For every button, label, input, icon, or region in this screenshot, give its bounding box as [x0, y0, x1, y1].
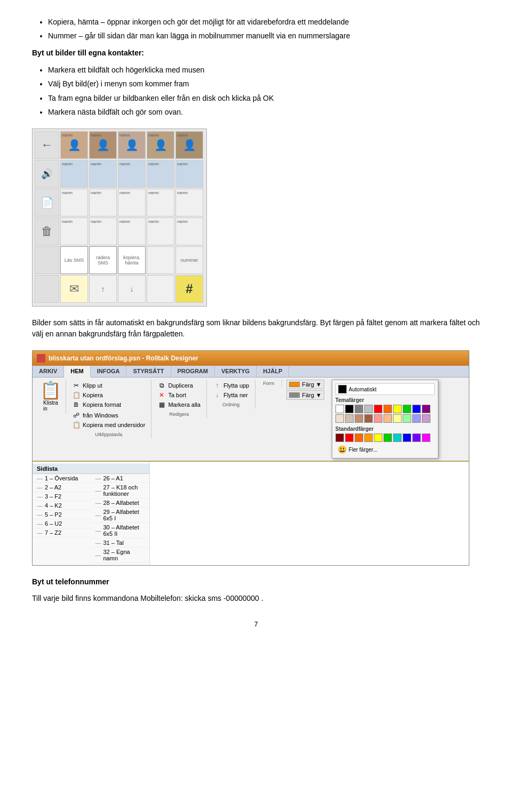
- swatch-s3[interactable]: [355, 433, 363, 442]
- markera-alla-btn[interactable]: ▦ Markera alla: [156, 400, 202, 409]
- sidebar-item-30[interactable]: — 30 – Alfabetet 6x5 II: [91, 523, 150, 538]
- trash-button-cell[interactable]: 🗑: [35, 218, 59, 245]
- tab-verktyg[interactable]: VERKTYG: [215, 366, 257, 377]
- bottom-text: Till varje bild finns kommandona Mobilte…: [32, 593, 480, 604]
- sidebar-col2: — 26 – A1 — 27 – K18 och funktioner — 28…: [91, 474, 150, 563]
- contact-cell-18[interactable]: namn: [118, 218, 146, 245]
- sidebar-item-2[interactable]: — 2 – A2: [33, 483, 91, 492]
- sidebar-item-31[interactable]: — 31 – Tal: [91, 538, 150, 548]
- tab-arkiv[interactable]: ARKIV: [33, 366, 64, 377]
- swatch-s1[interactable]: [335, 433, 344, 442]
- contact-cell-11[interactable]: namn: [60, 189, 88, 216]
- swatch-s7[interactable]: [393, 433, 402, 442]
- tab-hjalp[interactable]: HJÄLP: [257, 366, 289, 377]
- arrow-up-cell[interactable]: ↑: [89, 275, 117, 303]
- contact-cell-3[interactable]: namn 👤: [118, 131, 146, 159]
- contact-cell-13[interactable]: namn: [118, 189, 146, 216]
- swatch-blue[interactable]: [412, 405, 421, 413]
- swatch-t20[interactable]: [422, 414, 430, 423]
- klistra-label[interactable]: Klistrain: [43, 400, 58, 412]
- swatch-s5[interactable]: [374, 433, 382, 442]
- swatch-black[interactable]: [345, 405, 354, 413]
- auto-color-btn[interactable]: Automatiskt: [335, 383, 435, 395]
- swatch-yellow[interactable]: [393, 405, 402, 413]
- sound-button-cell[interactable]: 🔊: [35, 160, 59, 188]
- arrow-down-cell[interactable]: ↓: [118, 275, 146, 303]
- page-button-cell[interactable]: 📄: [35, 189, 59, 216]
- klipp-ut-btn[interactable]: ✂ Klipp ut: [70, 381, 147, 390]
- tab-hem[interactable]: HEM: [64, 366, 90, 377]
- contact-cell-7[interactable]: namn: [89, 160, 117, 188]
- contact-cell-9[interactable]: namn: [147, 160, 174, 188]
- swatch-orange[interactable]: [383, 405, 392, 413]
- swatch-t15[interactable]: [374, 414, 382, 423]
- swatch-t16[interactable]: [383, 414, 392, 423]
- contact-cell-12[interactable]: namn: [89, 189, 117, 216]
- contact-cell-17[interactable]: namn: [89, 218, 117, 245]
- swatch-s4[interactable]: [364, 433, 373, 442]
- swatch-s9[interactable]: [412, 433, 421, 442]
- contact-cell-20[interactable]: namn: [175, 218, 203, 245]
- fran-windows-btn[interactable]: ☍ från Windows: [70, 411, 147, 420]
- tab-program[interactable]: PROGRAM: [171, 366, 215, 377]
- swatch-silver[interactable]: [364, 405, 373, 413]
- contact-cell-2[interactable]: namn 👤: [89, 131, 117, 159]
- hash-cell[interactable]: #: [175, 275, 203, 303]
- swatch-t14[interactable]: [364, 414, 373, 423]
- swatch-purple[interactable]: [422, 405, 430, 413]
- sidebar-item-1[interactable]: — 1 – Översida: [33, 474, 91, 483]
- contact-cell-15[interactable]: namn: [175, 189, 203, 216]
- back-button-cell[interactable]: ←: [35, 131, 59, 159]
- swatch-t13[interactable]: [355, 414, 363, 423]
- sidebar-item-6[interactable]: — 6 – U2: [33, 519, 91, 528]
- sidebar-item-26[interactable]: — 26 – A1: [91, 474, 150, 483]
- swatch-t12[interactable]: [345, 414, 354, 423]
- contact-cell-6[interactable]: namn: [60, 160, 88, 188]
- contact-cell-10[interactable]: namn: [175, 160, 203, 188]
- tab-styrsatt[interactable]: STYRSÄTT: [126, 366, 171, 377]
- swatch-t17[interactable]: [393, 414, 402, 423]
- sidebar-item-28[interactable]: — 28 – Alfabetet: [91, 499, 150, 508]
- envelope-cell[interactable]: ✉: [60, 275, 88, 303]
- contact-cell-5[interactable]: namn 👤: [175, 131, 203, 159]
- swatch-t11[interactable]: [335, 414, 344, 423]
- flytta-ner-btn[interactable]: ↓ Flytta ner: [211, 390, 251, 400]
- swatch-green[interactable]: [403, 405, 411, 413]
- swatch-red[interactable]: [374, 405, 382, 413]
- sidebar-item-4[interactable]: — 4 – K2: [33, 501, 91, 510]
- swatch-s10[interactable]: [422, 433, 430, 442]
- flytta-upp-btn[interactable]: ↑ Flytta upp: [211, 381, 251, 390]
- contact-cell-19[interactable]: namn: [147, 218, 174, 245]
- swatch-s6[interactable]: [383, 433, 392, 442]
- farg-btn-1[interactable]: Färg ▼: [286, 380, 324, 389]
- duplicera-btn[interactable]: ⧉ Duplicera: [156, 381, 202, 390]
- kopiera-med-btn[interactable]: 📋 Kopiera med undersidor: [70, 420, 147, 430]
- swatch-s8[interactable]: [403, 433, 411, 442]
- ta-bort-btn[interactable]: ✕ Ta bort: [156, 390, 202, 400]
- sidebar-item-27[interactable]: — 27 – K18 och funktioner: [91, 483, 150, 499]
- contact-cell-1[interactable]: namn 👤: [60, 131, 88, 159]
- swatch-t18[interactable]: [403, 414, 411, 423]
- number-cell[interactable]: nummer: [175, 246, 203, 274]
- swatch-gray[interactable]: [355, 405, 363, 413]
- sms-delete-cell[interactable]: radera SMS: [89, 246, 117, 274]
- sms-read-cell[interactable]: Läs SMS: [60, 246, 88, 274]
- sidebar-item-5[interactable]: — 5 – P2: [33, 510, 91, 519]
- more-colors-btn[interactable]: 😃 Fler färger...: [335, 444, 435, 455]
- sidebar-item-32[interactable]: — 32 – Egna namn: [91, 548, 150, 563]
- farg-btn-2[interactable]: Färg ▼: [286, 390, 324, 400]
- contact-cell-8[interactable]: namn: [118, 160, 146, 188]
- sidebar-item-7[interactable]: — 7 – Z2: [33, 528, 91, 537]
- contact-cell-14[interactable]: namn: [147, 189, 174, 216]
- sms-kopiera-cell[interactable]: kopiera, hämta: [118, 246, 146, 274]
- contact-cell-4[interactable]: namn 👤: [147, 131, 174, 159]
- kopiera-btn[interactable]: 📋 Kopiera: [70, 390, 147, 400]
- tab-infoga[interactable]: INFOGA: [91, 366, 127, 377]
- sidebar-item-3[interactable]: — 3 – F2: [33, 492, 91, 501]
- contact-cell-16[interactable]: namn: [60, 218, 88, 245]
- swatch-s2[interactable]: [345, 433, 354, 442]
- swatch-white[interactable]: [335, 405, 344, 413]
- kopiera-format-btn[interactable]: 🗎 Kopiera format: [70, 400, 147, 409]
- swatch-t19[interactable]: [412, 414, 421, 423]
- sidebar-item-29[interactable]: — 29 – Alfabetet 6x5 I: [91, 508, 150, 523]
